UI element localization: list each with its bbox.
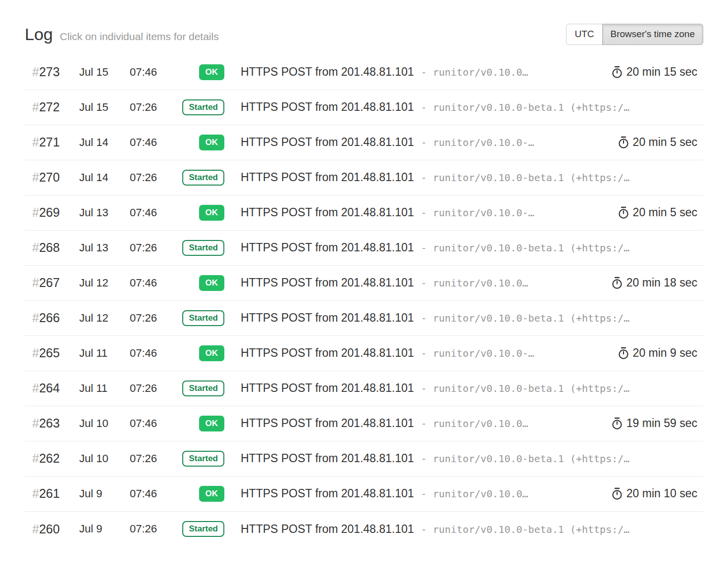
status-badge: Started bbox=[182, 310, 224, 326]
event-description: HTTPS POST from 201.48.81.101 - runitor/… bbox=[224, 381, 703, 395]
event-date: Jul 15 bbox=[79, 101, 130, 114]
event-source: HTTPS POST from 201.48.81.101 bbox=[241, 276, 414, 289]
event-time: 07:46 bbox=[130, 417, 177, 430]
hash-prefix: # bbox=[32, 276, 39, 289]
event-description: HTTPS POST from 201.48.81.101 - runitor/… bbox=[224, 206, 613, 219]
event-number: #267 bbox=[25, 276, 79, 290]
event-duration: 20 min 9 sec bbox=[618, 346, 703, 360]
event-description: HTTPS POST from 201.48.81.101 - runitor/… bbox=[224, 417, 606, 430]
log-row[interactable]: #265 Jul 11 07:46 OK HTTPS POST from 201… bbox=[25, 336, 703, 371]
status-badge: OK bbox=[199, 64, 225, 80]
event-description: HTTPS POST from 201.48.81.101 - runitor/… bbox=[224, 452, 703, 465]
event-description: HTTPS POST from 201.48.81.101 - runitor/… bbox=[224, 276, 606, 289]
event-user-agent: - runitor/v0.10.0-… bbox=[421, 347, 534, 359]
event-description: HTTPS POST from 201.48.81.101 - runitor/… bbox=[224, 346, 613, 360]
log-row[interactable]: #271 Jul 14 07:46 OK HTTPS POST from 201… bbox=[25, 125, 703, 160]
event-date: Jul 10 bbox=[79, 417, 130, 430]
hash-prefix: # bbox=[32, 522, 39, 536]
log-row[interactable]: #268 Jul 13 07:26 Started HTTPS POST fro… bbox=[25, 231, 703, 266]
event-user-agent: - runitor/v0.10.0-beta.1 (+https:/… bbox=[421, 382, 629, 394]
event-time: 07:46 bbox=[130, 487, 177, 500]
log-row[interactable]: #269 Jul 13 07:46 OK HTTPS POST from 201… bbox=[25, 195, 703, 231]
event-number: #269 bbox=[25, 205, 79, 220]
utc-button[interactable]: UTC bbox=[566, 24, 602, 45]
event-description: HTTPS POST from 201.48.81.101 - runitor/… bbox=[224, 65, 606, 79]
event-number: #264 bbox=[25, 381, 79, 395]
event-user-agent: - runitor/v0.10.0-beta.1 (+https:/… bbox=[421, 101, 629, 113]
event-date: Jul 12 bbox=[79, 312, 130, 325]
event-time: 07:26 bbox=[130, 382, 177, 395]
event-source: HTTPS POST from 201.48.81.101 bbox=[241, 241, 414, 254]
event-source: HTTPS POST from 201.48.81.101 bbox=[241, 487, 414, 500]
duration-text: 20 min 15 sec bbox=[626, 65, 697, 79]
duration-text: 20 min 5 sec bbox=[633, 206, 697, 219]
log-row[interactable]: #263 Jul 10 07:46 OK HTTPS POST from 201… bbox=[25, 406, 703, 441]
event-time: 07:26 bbox=[130, 523, 177, 535]
event-duration: 19 min 59 sec bbox=[611, 417, 703, 430]
stopwatch-icon bbox=[618, 136, 629, 149]
hash-prefix: # bbox=[32, 100, 39, 114]
event-source: HTTPS POST from 201.48.81.101 bbox=[241, 417, 414, 430]
stopwatch-icon bbox=[611, 65, 623, 79]
event-description: HTTPS POST from 201.48.81.101 - runitor/… bbox=[224, 487, 606, 500]
event-number: #271 bbox=[25, 135, 79, 149]
log-row[interactable]: #270 Jul 14 07:26 Started HTTPS POST fro… bbox=[25, 160, 703, 195]
status-badge: OK bbox=[199, 275, 225, 291]
hash-prefix: # bbox=[32, 240, 39, 254]
duration-text: 20 min 5 sec bbox=[633, 136, 697, 149]
event-source: HTTPS POST from 201.48.81.101 bbox=[241, 381, 414, 395]
hash-prefix: # bbox=[32, 65, 39, 79]
event-number: #268 bbox=[25, 240, 79, 255]
log-row[interactable]: #260 Jul 9 07:26 Started HTTPS POST from… bbox=[25, 512, 703, 547]
event-date: Jul 9 bbox=[79, 523, 130, 535]
log-row[interactable]: #272 Jul 15 07:26 Started HTTPS POST fro… bbox=[25, 90, 703, 125]
log-page: Log Click on individual items for detail… bbox=[0, 24, 728, 547]
status-badge: Started bbox=[182, 381, 224, 396]
event-time: 07:26 bbox=[130, 452, 177, 465]
event-description: HTTPS POST from 201.48.81.101 - runitor/… bbox=[224, 523, 703, 536]
log-row[interactable]: #264 Jul 11 07:26 Started HTTPS POST fro… bbox=[25, 371, 703, 406]
log-row[interactable]: #267 Jul 12 07:46 OK HTTPS POST from 201… bbox=[25, 266, 703, 301]
stopwatch-icon bbox=[611, 276, 623, 289]
hash-prefix: # bbox=[32, 135, 39, 149]
log-table: #273 Jul 15 07:46 OK HTTPS POST from 201… bbox=[25, 55, 703, 547]
title-wrap: Log Click on individual items for detail… bbox=[25, 25, 219, 44]
event-user-agent: - runitor/v0.10.0-beta.1 (+https:/… bbox=[421, 312, 629, 324]
event-source: HTTPS POST from 201.48.81.101 bbox=[241, 206, 414, 219]
duration-text: 20 min 9 sec bbox=[633, 346, 697, 360]
event-source: HTTPS POST from 201.48.81.101 bbox=[241, 346, 414, 360]
event-source: HTTPS POST from 201.48.81.101 bbox=[241, 100, 414, 114]
event-time: 07:46 bbox=[130, 206, 177, 219]
status-badge: Started bbox=[182, 451, 224, 467]
status-badge: OK bbox=[199, 416, 225, 431]
event-user-agent: - runitor/v0.10.0-beta.1 (+https:/… bbox=[421, 524, 629, 535]
hash-prefix: # bbox=[32, 346, 39, 360]
event-date: Jul 10 bbox=[79, 452, 130, 465]
event-date: Jul 14 bbox=[79, 171, 130, 184]
event-description: HTTPS POST from 201.48.81.101 - runitor/… bbox=[224, 136, 613, 149]
event-time: 07:26 bbox=[130, 312, 177, 325]
event-user-agent: - runitor/v0.10.0-… bbox=[421, 137, 534, 148]
event-date: Jul 12 bbox=[79, 277, 130, 289]
hash-prefix: # bbox=[32, 416, 39, 430]
event-number: #262 bbox=[25, 451, 79, 466]
event-number: #265 bbox=[25, 346, 79, 360]
status-badge: Started bbox=[182, 170, 224, 186]
event-number: #260 bbox=[25, 522, 79, 536]
duration-text: 20 min 10 sec bbox=[626, 487, 697, 500]
event-number: #266 bbox=[25, 311, 79, 325]
log-row[interactable]: #261 Jul 9 07:46 OK HTTPS POST from 201.… bbox=[25, 477, 703, 512]
event-description: HTTPS POST from 201.48.81.101 - runitor/… bbox=[224, 171, 703, 184]
log-row[interactable]: #262 Jul 10 07:26 Started HTTPS POST fro… bbox=[25, 441, 703, 477]
event-duration: 20 min 5 sec bbox=[618, 136, 703, 149]
duration-text: 19 min 59 sec bbox=[626, 417, 697, 430]
browser-timezone-button[interactable]: Browser's time zone bbox=[602, 24, 703, 45]
event-description: HTTPS POST from 201.48.81.101 - runitor/… bbox=[224, 311, 703, 325]
event-date: Jul 11 bbox=[79, 347, 130, 360]
page-title: Log bbox=[25, 25, 53, 44]
event-source: HTTPS POST from 201.48.81.101 bbox=[241, 65, 414, 79]
log-row[interactable]: #266 Jul 12 07:26 Started HTTPS POST fro… bbox=[25, 301, 703, 336]
hash-prefix: # bbox=[32, 170, 39, 184]
status-badge: OK bbox=[199, 205, 225, 221]
log-row[interactable]: #273 Jul 15 07:46 OK HTTPS POST from 201… bbox=[25, 55, 703, 90]
